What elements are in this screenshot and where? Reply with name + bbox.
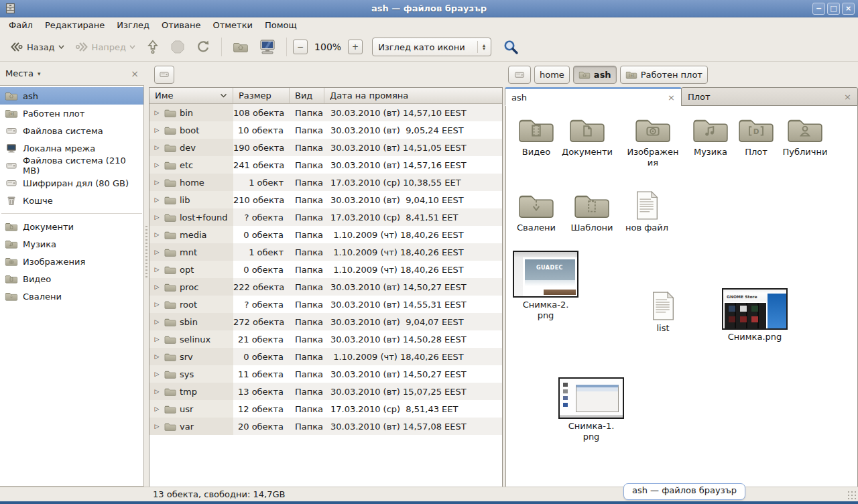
file-icon-item[interactable]: Публични (776, 114, 834, 158)
table-row[interactable]: ▷ etc 241 обекта Папка 30.03.2010 (вт) 1… (149, 156, 502, 174)
file-icon-item[interactable]: Видео (507, 114, 565, 158)
menu-item[interactable]: Редактиране (39, 19, 111, 32)
file-icon-item[interactable]: Снимка-2. png (517, 251, 574, 320)
zoom-out-button[interactable]: − (293, 40, 308, 54)
tab-close-icon[interactable]: × (844, 92, 851, 102)
table-row[interactable]: ▷ tmp 13 обекта Папка 30.03.2010 (вт) 15… (149, 383, 502, 400)
menu-item[interactable]: Помощ (259, 19, 303, 32)
breadcrumb-button[interactable]: ash (573, 66, 617, 84)
close-button[interactable]: × (842, 3, 855, 15)
table-row[interactable]: ▷ opt 0 обекта Папка 1.10.2009 (чт) 18,4… (149, 261, 502, 278)
expander-icon[interactable]: ▷ (153, 127, 161, 133)
view-mode-select[interactable]: Изглед като икони ▴▾ (372, 38, 491, 56)
pane-splitter[interactable] (144, 62, 149, 487)
table-row[interactable]: ▷ media 0 обекта Папка 1.10.2009 (чт) 18… (149, 226, 502, 243)
minimize-button[interactable]: − (812, 3, 825, 15)
file-icon-item[interactable]: list (634, 291, 692, 334)
place-item[interactable]: Шифриран дял (80 GB) (0, 174, 143, 192)
menu-item[interactable]: Файл (3, 19, 39, 32)
place-item[interactable]: Изображения (0, 253, 143, 270)
forward-button[interactable]: Напред (70, 38, 140, 56)
column-header-modified[interactable]: Дата на промяна (324, 88, 502, 103)
column-header-type[interactable]: Вид (290, 88, 324, 103)
sidebar-close-button[interactable]: × (131, 68, 139, 79)
column-header-name[interactable]: Име (149, 88, 233, 103)
table-row[interactable]: ▷ proc 222 обекта Папка 30.03.2010 (вт) … (149, 278, 502, 296)
breadcrumb-button[interactable]: Работен плот (620, 66, 708, 84)
expander-icon[interactable]: ▷ (153, 284, 161, 290)
file-icon-item[interactable]: Документи (558, 114, 616, 158)
tab-close-icon[interactable]: × (668, 92, 675, 103)
maximize-button[interactable]: □ (827, 3, 840, 15)
search-button[interactable] (502, 38, 519, 56)
file-icon-item[interactable]: нов файл (618, 190, 676, 233)
table-row[interactable]: ▷ usr 12 обекта Папка 17.03.2010 (ср) 8,… (149, 400, 502, 418)
expander-icon[interactable]: ▷ (153, 301, 161, 308)
table-row[interactable]: ▷ bin 108 обекта Папка 30.03.2010 (вт) 1… (149, 104, 502, 121)
breadcrumb-button[interactable]: home (534, 66, 570, 84)
root-location-button[interactable] (154, 66, 174, 84)
place-item[interactable]: Локална мрежа (0, 139, 143, 157)
expander-icon[interactable]: ▷ (153, 371, 161, 377)
row-name: boot (180, 125, 199, 135)
expander-icon[interactable]: ▷ (153, 109, 161, 116)
computer-button[interactable] (255, 36, 280, 58)
expander-icon[interactable]: ▷ (153, 249, 161, 255)
table-row[interactable]: ▷ lost+found ? обекта Папка 17.03.2010 (… (149, 208, 502, 226)
zoom-in-button[interactable]: + (348, 40, 363, 54)
file-icon-item[interactable]: Изображен ия (624, 114, 682, 168)
file-icon-item[interactable]: Шаблони (563, 190, 621, 233)
expander-icon[interactable]: ▷ (153, 336, 161, 342)
reload-button[interactable] (191, 36, 215, 58)
place-item[interactable]: Документи (0, 218, 143, 235)
stop-button[interactable] (166, 36, 190, 58)
table-row[interactable]: ▷ var 20 обекта Папка 30.03.2010 (вт) 14… (149, 418, 502, 435)
item-icon (568, 114, 607, 145)
table-row[interactable]: ▷ lib 210 обекта Папка 30.03.2010 (вт) 9… (149, 191, 502, 208)
expander-icon[interactable]: ▷ (153, 162, 161, 168)
tab[interactable]: Плот × (681, 87, 858, 106)
menu-item[interactable]: Изглед (111, 19, 156, 32)
back-button[interactable]: Назад (5, 38, 69, 56)
table-row[interactable]: ▷ home 1 обект Папка 17.03.2010 (ср) 10,… (149, 174, 502, 191)
chevron-down-icon[interactable]: ▾ (38, 70, 41, 77)
table-row[interactable]: ▷ mnt 1 обект Папка 1.10.2009 (чт) 18,40… (149, 243, 502, 261)
place-item[interactable]: Музика (0, 235, 143, 253)
expander-icon[interactable]: ▷ (153, 353, 161, 360)
menu-item[interactable]: Отиване (156, 19, 206, 32)
expander-icon[interactable]: ▷ (153, 405, 161, 412)
file-icon-item[interactable]: Снимка.png (726, 288, 784, 342)
place-item[interactable]: Файлова система (0, 122, 143, 139)
table-row[interactable]: ▷ root ? обекта Папка 30.03.2010 (вт) 14… (149, 296, 502, 313)
expander-icon[interactable]: ▷ (153, 318, 161, 325)
expander-icon[interactable]: ▷ (153, 214, 161, 220)
menu-item[interactable]: Отметки (206, 19, 258, 32)
place-item[interactable]: Работен плот (0, 105, 143, 122)
expander-icon[interactable]: ▷ (153, 423, 161, 430)
column-header-size[interactable]: Размер (233, 88, 290, 103)
home-button[interactable] (228, 37, 253, 57)
tab[interactable]: ash × (505, 87, 682, 106)
expander-icon[interactable]: ▷ (153, 266, 161, 273)
table-row[interactable]: ▷ srv 0 обекта Папка 1.10.2009 (чт) 18,4… (149, 348, 502, 365)
table-row[interactable]: ▷ sbin 272 обекта Папка 30.03.2010 (вт) … (149, 313, 502, 330)
table-row[interactable]: ▷ selinux 21 обекта Папка 30.03.2010 (вт… (149, 330, 502, 348)
file-icon-item[interactable]: Снимка-1. png (562, 377, 620, 442)
place-item[interactable]: ash (0, 87, 143, 105)
breadcrumb-button[interactable] (508, 66, 531, 84)
place-item[interactable]: Кошче (0, 192, 143, 209)
place-item[interactable]: Файлова система (210 MB) (0, 157, 143, 174)
table-row[interactable]: ▷ sys 11 обекта Папка 30.03.2010 (вт) 14… (149, 365, 502, 383)
expander-icon[interactable]: ▷ (153, 144, 161, 151)
expander-icon[interactable]: ▷ (153, 388, 161, 395)
table-row[interactable]: ▷ dev 190 обекта Папка 30.03.2010 (вт) 1… (149, 139, 502, 156)
up-button[interactable] (141, 36, 164, 58)
table-row[interactable]: ▷ boot 10 обекта Папка 30.03.2010 (вт) 9… (149, 121, 502, 139)
place-item[interactable]: Видео (0, 270, 143, 288)
expander-icon[interactable]: ▷ (153, 231, 161, 238)
expander-icon[interactable]: ▷ (153, 179, 161, 186)
sidebar-mode-select[interactable]: Места (5, 68, 34, 78)
file-icon-item[interactable]: Свалени (507, 190, 565, 233)
place-item[interactable]: Свалени (0, 288, 143, 305)
expander-icon[interactable]: ▷ (153, 196, 161, 203)
